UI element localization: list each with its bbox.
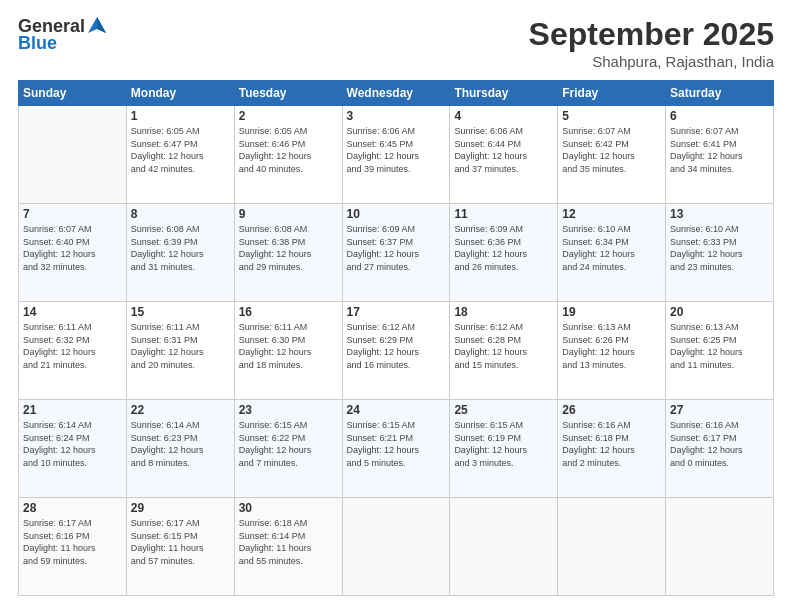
cell-info: Sunrise: 6:18 AM Sunset: 6:14 PM Dayligh…: [239, 517, 338, 567]
logo-blue-text: Blue: [18, 33, 57, 54]
cell-info: Sunrise: 6:14 AM Sunset: 6:24 PM Dayligh…: [23, 419, 122, 469]
day-number: 5: [562, 109, 661, 123]
calendar-cell: [450, 498, 558, 596]
calendar-cell: 7Sunrise: 6:07 AM Sunset: 6:40 PM Daylig…: [19, 204, 127, 302]
day-number: 18: [454, 305, 553, 319]
calendar-cell: 4Sunrise: 6:06 AM Sunset: 6:44 PM Daylig…: [450, 106, 558, 204]
cell-info: Sunrise: 6:11 AM Sunset: 6:31 PM Dayligh…: [131, 321, 230, 371]
calendar-cell: 19Sunrise: 6:13 AM Sunset: 6:26 PM Dayli…: [558, 302, 666, 400]
day-number: 2: [239, 109, 338, 123]
day-number: 22: [131, 403, 230, 417]
calendar-cell: 12Sunrise: 6:10 AM Sunset: 6:34 PM Dayli…: [558, 204, 666, 302]
day-number: 4: [454, 109, 553, 123]
page: General Blue September 2025 Shahpura, Ra…: [0, 0, 792, 612]
day-number: 15: [131, 305, 230, 319]
calendar-cell: 15Sunrise: 6:11 AM Sunset: 6:31 PM Dayli…: [126, 302, 234, 400]
cell-info: Sunrise: 6:11 AM Sunset: 6:30 PM Dayligh…: [239, 321, 338, 371]
weekday-header: Wednesday: [342, 81, 450, 106]
calendar-cell: 28Sunrise: 6:17 AM Sunset: 6:16 PM Dayli…: [19, 498, 127, 596]
day-number: 6: [670, 109, 769, 123]
day-number: 7: [23, 207, 122, 221]
calendar-cell: 30Sunrise: 6:18 AM Sunset: 6:14 PM Dayli…: [234, 498, 342, 596]
calendar-cell: 3Sunrise: 6:06 AM Sunset: 6:45 PM Daylig…: [342, 106, 450, 204]
cell-info: Sunrise: 6:17 AM Sunset: 6:15 PM Dayligh…: [131, 517, 230, 567]
calendar-table: SundayMondayTuesdayWednesdayThursdayFrid…: [18, 80, 774, 596]
calendar-cell: 21Sunrise: 6:14 AM Sunset: 6:24 PM Dayli…: [19, 400, 127, 498]
logo: General Blue: [18, 16, 108, 54]
calendar-cell: 25Sunrise: 6:15 AM Sunset: 6:19 PM Dayli…: [450, 400, 558, 498]
cell-info: Sunrise: 6:09 AM Sunset: 6:36 PM Dayligh…: [454, 223, 553, 273]
day-number: 21: [23, 403, 122, 417]
day-number: 16: [239, 305, 338, 319]
calendar-cell: [342, 498, 450, 596]
calendar-cell: 9Sunrise: 6:08 AM Sunset: 6:38 PM Daylig…: [234, 204, 342, 302]
cell-info: Sunrise: 6:15 AM Sunset: 6:21 PM Dayligh…: [347, 419, 446, 469]
calendar-cell: [666, 498, 774, 596]
day-number: 11: [454, 207, 553, 221]
calendar-cell: 1Sunrise: 6:05 AM Sunset: 6:47 PM Daylig…: [126, 106, 234, 204]
weekday-header: Tuesday: [234, 81, 342, 106]
day-number: 19: [562, 305, 661, 319]
calendar-cell: 11Sunrise: 6:09 AM Sunset: 6:36 PM Dayli…: [450, 204, 558, 302]
calendar-cell: 26Sunrise: 6:16 AM Sunset: 6:18 PM Dayli…: [558, 400, 666, 498]
cell-info: Sunrise: 6:15 AM Sunset: 6:22 PM Dayligh…: [239, 419, 338, 469]
day-number: 1: [131, 109, 230, 123]
calendar-header-row: SundayMondayTuesdayWednesdayThursdayFrid…: [19, 81, 774, 106]
calendar-week-row: 14Sunrise: 6:11 AM Sunset: 6:32 PM Dayli…: [19, 302, 774, 400]
calendar-week-row: 1Sunrise: 6:05 AM Sunset: 6:47 PM Daylig…: [19, 106, 774, 204]
title-block: September 2025 Shahpura, Rajasthan, Indi…: [529, 16, 774, 70]
weekday-header: Saturday: [666, 81, 774, 106]
calendar-cell: 10Sunrise: 6:09 AM Sunset: 6:37 PM Dayli…: [342, 204, 450, 302]
cell-info: Sunrise: 6:12 AM Sunset: 6:29 PM Dayligh…: [347, 321, 446, 371]
day-number: 23: [239, 403, 338, 417]
header: General Blue September 2025 Shahpura, Ra…: [18, 16, 774, 70]
day-number: 8: [131, 207, 230, 221]
month-title: September 2025: [529, 16, 774, 53]
cell-info: Sunrise: 6:10 AM Sunset: 6:34 PM Dayligh…: [562, 223, 661, 273]
day-number: 9: [239, 207, 338, 221]
cell-info: Sunrise: 6:06 AM Sunset: 6:45 PM Dayligh…: [347, 125, 446, 175]
cell-info: Sunrise: 6:05 AM Sunset: 6:46 PM Dayligh…: [239, 125, 338, 175]
calendar-cell: 24Sunrise: 6:15 AM Sunset: 6:21 PM Dayli…: [342, 400, 450, 498]
cell-info: Sunrise: 6:14 AM Sunset: 6:23 PM Dayligh…: [131, 419, 230, 469]
calendar-cell: 27Sunrise: 6:16 AM Sunset: 6:17 PM Dayli…: [666, 400, 774, 498]
cell-info: Sunrise: 6:07 AM Sunset: 6:42 PM Dayligh…: [562, 125, 661, 175]
day-number: 13: [670, 207, 769, 221]
weekday-header: Sunday: [19, 81, 127, 106]
day-number: 17: [347, 305, 446, 319]
cell-info: Sunrise: 6:11 AM Sunset: 6:32 PM Dayligh…: [23, 321, 122, 371]
calendar-cell: 20Sunrise: 6:13 AM Sunset: 6:25 PM Dayli…: [666, 302, 774, 400]
cell-info: Sunrise: 6:07 AM Sunset: 6:41 PM Dayligh…: [670, 125, 769, 175]
calendar-cell: 16Sunrise: 6:11 AM Sunset: 6:30 PM Dayli…: [234, 302, 342, 400]
logo-icon: [86, 15, 108, 37]
cell-info: Sunrise: 6:06 AM Sunset: 6:44 PM Dayligh…: [454, 125, 553, 175]
cell-info: Sunrise: 6:05 AM Sunset: 6:47 PM Dayligh…: [131, 125, 230, 175]
calendar-week-row: 28Sunrise: 6:17 AM Sunset: 6:16 PM Dayli…: [19, 498, 774, 596]
cell-info: Sunrise: 6:09 AM Sunset: 6:37 PM Dayligh…: [347, 223, 446, 273]
day-number: 26: [562, 403, 661, 417]
calendar-cell: 8Sunrise: 6:08 AM Sunset: 6:39 PM Daylig…: [126, 204, 234, 302]
location-subtitle: Shahpura, Rajasthan, India: [529, 53, 774, 70]
calendar-cell: [19, 106, 127, 204]
calendar-week-row: 7Sunrise: 6:07 AM Sunset: 6:40 PM Daylig…: [19, 204, 774, 302]
cell-info: Sunrise: 6:17 AM Sunset: 6:16 PM Dayligh…: [23, 517, 122, 567]
cell-info: Sunrise: 6:12 AM Sunset: 6:28 PM Dayligh…: [454, 321, 553, 371]
cell-info: Sunrise: 6:13 AM Sunset: 6:26 PM Dayligh…: [562, 321, 661, 371]
day-number: 14: [23, 305, 122, 319]
calendar-cell: 22Sunrise: 6:14 AM Sunset: 6:23 PM Dayli…: [126, 400, 234, 498]
calendar-cell: 29Sunrise: 6:17 AM Sunset: 6:15 PM Dayli…: [126, 498, 234, 596]
calendar-cell: [558, 498, 666, 596]
calendar-cell: 2Sunrise: 6:05 AM Sunset: 6:46 PM Daylig…: [234, 106, 342, 204]
weekday-header: Friday: [558, 81, 666, 106]
day-number: 3: [347, 109, 446, 123]
calendar-cell: 6Sunrise: 6:07 AM Sunset: 6:41 PM Daylig…: [666, 106, 774, 204]
calendar-week-row: 21Sunrise: 6:14 AM Sunset: 6:24 PM Dayli…: [19, 400, 774, 498]
day-number: 12: [562, 207, 661, 221]
day-number: 25: [454, 403, 553, 417]
calendar-cell: 14Sunrise: 6:11 AM Sunset: 6:32 PM Dayli…: [19, 302, 127, 400]
calendar-cell: 13Sunrise: 6:10 AM Sunset: 6:33 PM Dayli…: [666, 204, 774, 302]
day-number: 10: [347, 207, 446, 221]
weekday-header: Monday: [126, 81, 234, 106]
cell-info: Sunrise: 6:08 AM Sunset: 6:38 PM Dayligh…: [239, 223, 338, 273]
cell-info: Sunrise: 6:10 AM Sunset: 6:33 PM Dayligh…: [670, 223, 769, 273]
